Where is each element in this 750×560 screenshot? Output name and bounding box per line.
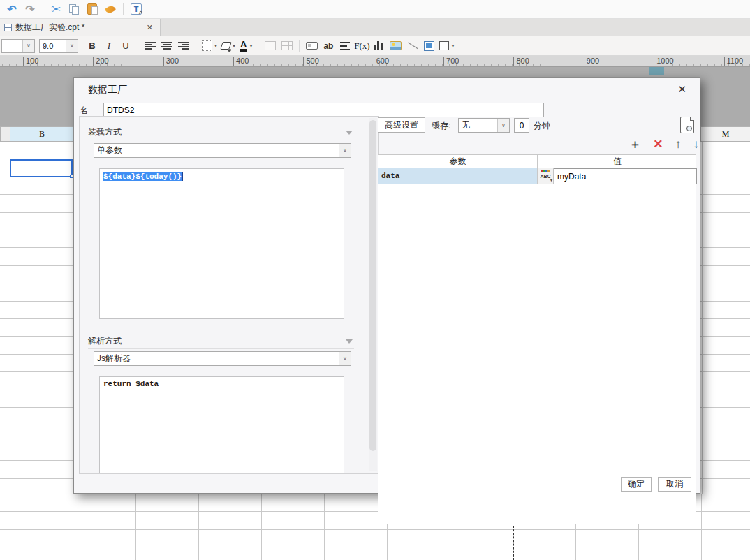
dialog-left-panel: 装载方式 单参数 ∨ ${data}${today()} 解析方式 Js解析器 … — [79, 116, 379, 474]
underline-button[interactable]: U — [117, 38, 134, 54]
parse-method-value: Js解析器 — [94, 353, 339, 364]
italic-button[interactable]: I — [101, 38, 117, 54]
load-code-editor[interactable]: ${data}${today()} — [99, 168, 344, 319]
ab-widget-icon: ab — [323, 41, 333, 51]
add-param-icon[interactable]: ＋ — [629, 136, 641, 153]
ok-button[interactable]: 确定 — [621, 477, 652, 492]
formula-icon: F(x) — [354, 40, 369, 52]
move-down-icon[interactable]: ↓ — [693, 136, 700, 153]
textfield-widget-icon — [306, 42, 318, 50]
ruler-tick-label: 500 — [303, 57, 318, 66]
rich-text-button[interactable] — [337, 38, 353, 54]
parse-section-title: 解析方式 — [88, 336, 122, 346]
report-designer-window: ↶ ↷ ✂ T⌕ 数据工厂实验.cpt * ✕ ∨ 9.0 ∨ B I U — [0, 0, 750, 560]
tab-report-file[interactable]: 数据工厂实验.cpt * ✕ — [0, 19, 161, 36]
text-caret — [182, 172, 183, 181]
border-icon — [202, 40, 212, 51]
cache-value: 无 — [459, 119, 497, 131]
chevron-down-icon[interactable]: ∨ — [66, 40, 78, 52]
fill-color-dropdown[interactable]: ▾ — [221, 42, 235, 50]
param-value-input[interactable] — [554, 168, 697, 184]
tab-close-icon[interactable]: ✕ — [144, 23, 156, 32]
text-search-icon[interactable]: T⌕ — [128, 1, 145, 17]
panel-scrollbar[interactable] — [369, 118, 377, 471]
chevron-down-icon[interactable]: ▾ — [249, 43, 252, 49]
collapse-triangle-icon[interactable] — [346, 339, 353, 344]
textfield-widget-button[interactable] — [303, 38, 320, 54]
rectangle-icon — [439, 41, 449, 50]
tab-label: 数据工厂实验.cpt * — [15, 22, 144, 34]
minutes-label: 分钟 — [534, 120, 550, 132]
undo-icon[interactable]: ↶ — [3, 1, 20, 17]
column-header-b[interactable]: B — [10, 126, 73, 142]
subreport-button[interactable] — [420, 38, 437, 54]
param-type-icon[interactable]: ABC ▾ — [538, 168, 554, 184]
font-size-select[interactable]: 9.0 ∨ — [39, 39, 78, 53]
shape-dropdown[interactable]: ▾ — [439, 41, 454, 50]
merge-cells-icon — [265, 41, 276, 50]
formula-button[interactable]: F(x) — [353, 38, 370, 54]
merge-cells-button — [262, 38, 279, 54]
toolbar-separator — [196, 40, 196, 52]
param-name-cell[interactable]: data — [378, 168, 538, 184]
ruler-tick-label: 1100 — [724, 57, 744, 66]
cache-minutes-input[interactable] — [514, 118, 529, 133]
horizontal-ruler: 10020030040050060070080090010001100 — [0, 56, 750, 67]
border-dropdown[interactable]: ▾ — [202, 40, 217, 51]
align-right-button[interactable] — [175, 38, 192, 54]
ruler-tick-label: 200 — [93, 57, 108, 66]
name-input[interactable] — [103, 103, 544, 117]
ruler-position-marker — [649, 67, 664, 75]
move-up-icon[interactable]: ↑ — [675, 136, 682, 153]
delete-param-icon[interactable]: ✕ — [653, 136, 663, 153]
panel-scrollbar-thumb[interactable] — [369, 120, 376, 451]
redo-icon[interactable]: ↷ — [22, 1, 38, 17]
chevron-down-icon[interactable]: ∨ — [339, 352, 351, 365]
chevron-down-icon[interactable]: ∨ — [339, 144, 351, 157]
text-widget-button[interactable]: ab — [320, 38, 337, 54]
selected-cell[interactable] — [10, 159, 73, 177]
align-center-button[interactable] — [159, 38, 175, 54]
cache-label: 缓存: — [432, 120, 450, 132]
chart-button[interactable] — [370, 38, 387, 54]
sheet-canvas: B M 数据工厂 ✕ 名字: 装载方式 单参数 ∨ — [0, 67, 750, 560]
align-left-button[interactable] — [142, 38, 159, 54]
ruler-tick-label: 300 — [163, 57, 179, 66]
chevron-down-icon[interactable]: ▾ — [451, 43, 454, 49]
parse-code-editor[interactable]: return $data — [99, 376, 344, 473]
param-row-actions: ＋ ✕ ↑ ↓ — [629, 136, 699, 153]
parse-code-text: return $data — [103, 380, 159, 388]
ruler-tick-label: 1000 — [654, 57, 673, 66]
cache-select[interactable]: 无 ∨ — [458, 118, 510, 133]
image-button[interactable] — [387, 38, 404, 54]
font-name-select[interactable]: ∨ — [1, 39, 35, 53]
cancel-button[interactable]: 取消 — [658, 477, 691, 492]
sheet-corner-cell[interactable] — [0, 126, 10, 142]
parse-method-section-header[interactable]: 解析方式 — [88, 334, 354, 349]
parse-method-select[interactable]: Js解析器 ∨ — [94, 351, 351, 366]
ruler-tick-label: 800 — [513, 57, 529, 66]
bold-button[interactable]: B — [84, 38, 101, 54]
dialog-close-icon[interactable]: ✕ — [675, 82, 689, 97]
load-method-select[interactable]: 单参数 ∨ — [94, 143, 351, 158]
main-toolbar: ↶ ↷ ✂ T⌕ — [0, 0, 750, 19]
chevron-down-icon[interactable]: ∨ — [497, 119, 509, 132]
font-size-value: 9.0 — [40, 42, 66, 50]
preview-data-icon[interactable] — [680, 117, 694, 133]
advanced-settings-button[interactable]: 高级设置 — [378, 117, 425, 133]
chevron-down-icon[interactable]: ∨ — [22, 40, 34, 52]
paste-icon[interactable] — [84, 1, 101, 17]
font-color-dropdown[interactable]: A ▾ — [240, 40, 252, 52]
format-painter-icon[interactable] — [102, 1, 119, 17]
chevron-down-icon[interactable]: ▾ — [233, 43, 235, 49]
line-tool-button[interactable] — [404, 38, 420, 54]
column-header-m[interactable]: M — [700, 126, 750, 142]
load-section-title: 装载方式 — [88, 127, 122, 137]
toolbar-separator — [258, 40, 258, 52]
cut-icon[interactable]: ✂ — [47, 1, 64, 17]
chevron-down-icon[interactable]: ▾ — [214, 43, 217, 49]
collapse-triangle-icon[interactable] — [346, 131, 353, 135]
report-file-icon — [4, 24, 12, 31]
copy-icon[interactable] — [66, 1, 82, 17]
load-method-section-header[interactable]: 装载方式 — [88, 125, 354, 140]
